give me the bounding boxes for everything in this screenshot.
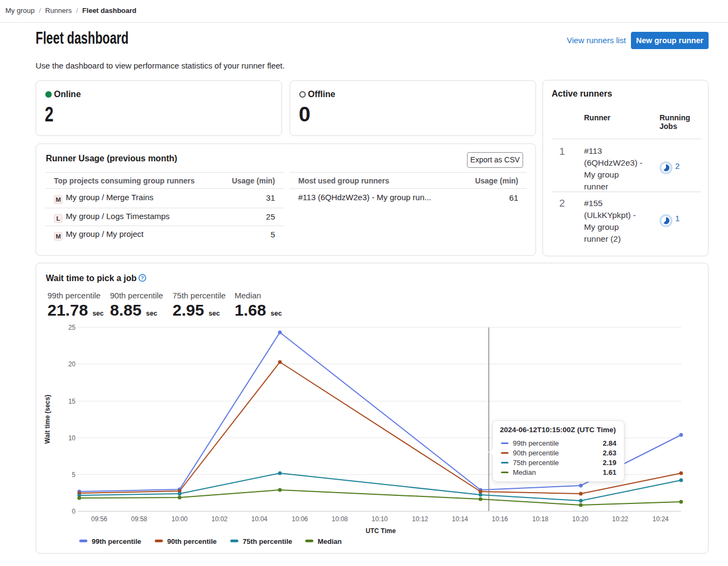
svg-text:25: 25 bbox=[68, 324, 76, 331]
svg-text:10:06: 10:06 bbox=[292, 515, 308, 523]
svg-text:10:14: 10:14 bbox=[452, 515, 468, 523]
svg-text:20: 20 bbox=[68, 360, 76, 368]
svg-text:09:58: 09:58 bbox=[131, 515, 147, 523]
svg-text:Wait time (secs): Wait time (secs) bbox=[44, 395, 51, 444]
svg-text:09:56: 09:56 bbox=[91, 515, 107, 523]
svg-text:5: 5 bbox=[72, 471, 75, 479]
svg-text:10:02: 10:02 bbox=[211, 515, 228, 523]
svg-text:90th percentile: 90th percentile bbox=[167, 537, 217, 545]
svg-text:Median: Median bbox=[318, 537, 342, 545]
svg-text:75th percentile: 75th percentile bbox=[243, 537, 292, 545]
svg-text:99th percentile: 99th percentile bbox=[92, 537, 141, 545]
svg-text:UTC Time: UTC Time bbox=[366, 527, 396, 535]
svg-text:10:22: 10:22 bbox=[612, 515, 628, 523]
svg-text:10:08: 10:08 bbox=[332, 515, 348, 523]
svg-text:10:10: 10:10 bbox=[372, 515, 388, 523]
svg-text:10:04: 10:04 bbox=[251, 515, 267, 523]
svg-text:10:16: 10:16 bbox=[492, 515, 508, 523]
svg-text:0: 0 bbox=[72, 508, 75, 515]
svg-text:10: 10 bbox=[68, 434, 76, 442]
svg-text:15: 15 bbox=[68, 398, 76, 405]
svg-text:10:24: 10:24 bbox=[653, 515, 669, 523]
svg-text:10:12: 10:12 bbox=[412, 515, 428, 523]
svg-text:10:18: 10:18 bbox=[532, 515, 548, 523]
svg-text:10:20: 10:20 bbox=[572, 515, 588, 523]
svg-text:10:00: 10:00 bbox=[171, 515, 188, 523]
